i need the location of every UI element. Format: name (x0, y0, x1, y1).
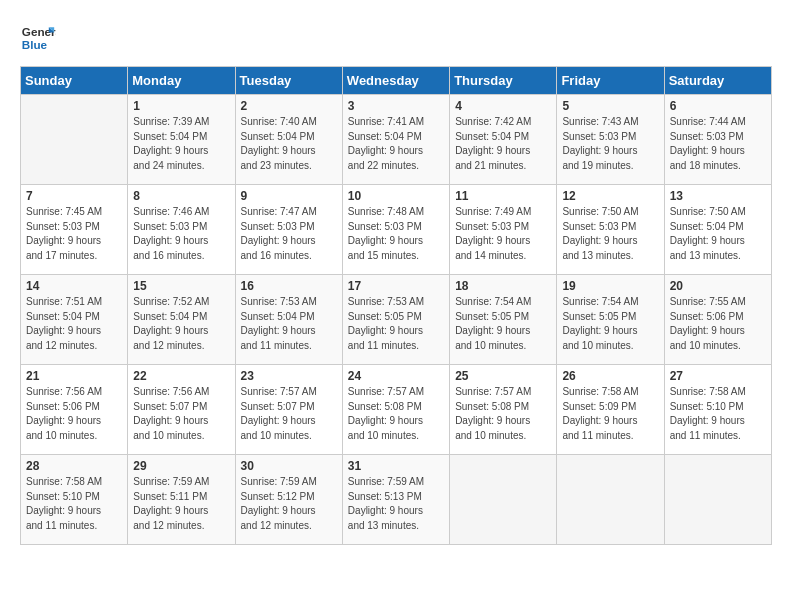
calendar-cell: 16Sunrise: 7:53 AM Sunset: 5:04 PM Dayli… (235, 275, 342, 365)
calendar-cell: 11Sunrise: 7:49 AM Sunset: 5:03 PM Dayli… (450, 185, 557, 275)
day-info: Sunrise: 7:59 AM Sunset: 5:12 PM Dayligh… (241, 475, 337, 533)
calendar-cell: 20Sunrise: 7:55 AM Sunset: 5:06 PM Dayli… (664, 275, 771, 365)
calendar-table: SundayMondayTuesdayWednesdayThursdayFrid… (20, 66, 772, 545)
day-number: 22 (133, 369, 229, 383)
calendar-cell: 29Sunrise: 7:59 AM Sunset: 5:11 PM Dayli… (128, 455, 235, 545)
day-info: Sunrise: 7:59 AM Sunset: 5:11 PM Dayligh… (133, 475, 229, 533)
calendar-cell: 8Sunrise: 7:46 AM Sunset: 5:03 PM Daylig… (128, 185, 235, 275)
day-number: 25 (455, 369, 551, 383)
calendar-cell: 4Sunrise: 7:42 AM Sunset: 5:04 PM Daylig… (450, 95, 557, 185)
header-day-tuesday: Tuesday (235, 67, 342, 95)
day-info: Sunrise: 7:56 AM Sunset: 5:07 PM Dayligh… (133, 385, 229, 443)
week-row-5: 28Sunrise: 7:58 AM Sunset: 5:10 PM Dayli… (21, 455, 772, 545)
calendar-cell: 31Sunrise: 7:59 AM Sunset: 5:13 PM Dayli… (342, 455, 449, 545)
day-info: Sunrise: 7:58 AM Sunset: 5:09 PM Dayligh… (562, 385, 658, 443)
calendar-cell: 22Sunrise: 7:56 AM Sunset: 5:07 PM Dayli… (128, 365, 235, 455)
day-number: 23 (241, 369, 337, 383)
day-number: 11 (455, 189, 551, 203)
day-info: Sunrise: 7:50 AM Sunset: 5:04 PM Dayligh… (670, 205, 766, 263)
day-number: 7 (26, 189, 122, 203)
day-number: 12 (562, 189, 658, 203)
day-info: Sunrise: 7:47 AM Sunset: 5:03 PM Dayligh… (241, 205, 337, 263)
calendar-cell: 28Sunrise: 7:58 AM Sunset: 5:10 PM Dayli… (21, 455, 128, 545)
calendar-cell: 17Sunrise: 7:53 AM Sunset: 5:05 PM Dayli… (342, 275, 449, 365)
day-number: 28 (26, 459, 122, 473)
day-info: Sunrise: 7:44 AM Sunset: 5:03 PM Dayligh… (670, 115, 766, 173)
day-number: 17 (348, 279, 444, 293)
header-day-wednesday: Wednesday (342, 67, 449, 95)
day-info: Sunrise: 7:45 AM Sunset: 5:03 PM Dayligh… (26, 205, 122, 263)
calendar-cell (557, 455, 664, 545)
day-info: Sunrise: 7:55 AM Sunset: 5:06 PM Dayligh… (670, 295, 766, 353)
calendar-cell: 15Sunrise: 7:52 AM Sunset: 5:04 PM Dayli… (128, 275, 235, 365)
week-row-3: 14Sunrise: 7:51 AM Sunset: 5:04 PM Dayli… (21, 275, 772, 365)
day-number: 6 (670, 99, 766, 113)
header-day-saturday: Saturday (664, 67, 771, 95)
calendar-cell: 26Sunrise: 7:58 AM Sunset: 5:09 PM Dayli… (557, 365, 664, 455)
calendar-cell: 24Sunrise: 7:57 AM Sunset: 5:08 PM Dayli… (342, 365, 449, 455)
day-number: 14 (26, 279, 122, 293)
day-info: Sunrise: 7:42 AM Sunset: 5:04 PM Dayligh… (455, 115, 551, 173)
calendar-cell: 13Sunrise: 7:50 AM Sunset: 5:04 PM Dayli… (664, 185, 771, 275)
day-number: 31 (348, 459, 444, 473)
calendar-cell (450, 455, 557, 545)
day-info: Sunrise: 7:57 AM Sunset: 5:08 PM Dayligh… (455, 385, 551, 443)
calendar-cell: 30Sunrise: 7:59 AM Sunset: 5:12 PM Dayli… (235, 455, 342, 545)
header-day-monday: Monday (128, 67, 235, 95)
calendar-cell (21, 95, 128, 185)
svg-text:Blue: Blue (22, 38, 48, 51)
header-day-thursday: Thursday (450, 67, 557, 95)
calendar-cell: 14Sunrise: 7:51 AM Sunset: 5:04 PM Dayli… (21, 275, 128, 365)
calendar-cell: 23Sunrise: 7:57 AM Sunset: 5:07 PM Dayli… (235, 365, 342, 455)
day-info: Sunrise: 7:46 AM Sunset: 5:03 PM Dayligh… (133, 205, 229, 263)
week-row-1: 1Sunrise: 7:39 AM Sunset: 5:04 PM Daylig… (21, 95, 772, 185)
day-number: 1 (133, 99, 229, 113)
calendar-cell: 21Sunrise: 7:56 AM Sunset: 5:06 PM Dayli… (21, 365, 128, 455)
day-number: 16 (241, 279, 337, 293)
day-number: 19 (562, 279, 658, 293)
day-number: 27 (670, 369, 766, 383)
day-info: Sunrise: 7:57 AM Sunset: 5:08 PM Dayligh… (348, 385, 444, 443)
day-number: 9 (241, 189, 337, 203)
calendar-cell: 3Sunrise: 7:41 AM Sunset: 5:04 PM Daylig… (342, 95, 449, 185)
calendar-cell: 27Sunrise: 7:58 AM Sunset: 5:10 PM Dayli… (664, 365, 771, 455)
day-number: 24 (348, 369, 444, 383)
day-number: 5 (562, 99, 658, 113)
day-info: Sunrise: 7:41 AM Sunset: 5:04 PM Dayligh… (348, 115, 444, 173)
day-info: Sunrise: 7:49 AM Sunset: 5:03 PM Dayligh… (455, 205, 551, 263)
day-info: Sunrise: 7:51 AM Sunset: 5:04 PM Dayligh… (26, 295, 122, 353)
day-number: 26 (562, 369, 658, 383)
day-info: Sunrise: 7:53 AM Sunset: 5:04 PM Dayligh… (241, 295, 337, 353)
day-info: Sunrise: 7:40 AM Sunset: 5:04 PM Dayligh… (241, 115, 337, 173)
calendar-cell: 9Sunrise: 7:47 AM Sunset: 5:03 PM Daylig… (235, 185, 342, 275)
calendar-header: SundayMondayTuesdayWednesdayThursdayFrid… (21, 67, 772, 95)
logo: General Blue (20, 20, 56, 56)
day-info: Sunrise: 7:59 AM Sunset: 5:13 PM Dayligh… (348, 475, 444, 533)
day-number: 3 (348, 99, 444, 113)
calendar-body: 1Sunrise: 7:39 AM Sunset: 5:04 PM Daylig… (21, 95, 772, 545)
calendar-cell: 19Sunrise: 7:54 AM Sunset: 5:05 PM Dayli… (557, 275, 664, 365)
day-info: Sunrise: 7:58 AM Sunset: 5:10 PM Dayligh… (670, 385, 766, 443)
calendar-cell: 12Sunrise: 7:50 AM Sunset: 5:03 PM Dayli… (557, 185, 664, 275)
calendar-cell: 25Sunrise: 7:57 AM Sunset: 5:08 PM Dayli… (450, 365, 557, 455)
day-number: 30 (241, 459, 337, 473)
calendar-cell (664, 455, 771, 545)
calendar-cell: 2Sunrise: 7:40 AM Sunset: 5:04 PM Daylig… (235, 95, 342, 185)
day-number: 2 (241, 99, 337, 113)
day-number: 10 (348, 189, 444, 203)
day-info: Sunrise: 7:52 AM Sunset: 5:04 PM Dayligh… (133, 295, 229, 353)
calendar-cell: 1Sunrise: 7:39 AM Sunset: 5:04 PM Daylig… (128, 95, 235, 185)
day-info: Sunrise: 7:43 AM Sunset: 5:03 PM Dayligh… (562, 115, 658, 173)
day-number: 21 (26, 369, 122, 383)
header-day-friday: Friday (557, 67, 664, 95)
day-info: Sunrise: 7:54 AM Sunset: 5:05 PM Dayligh… (562, 295, 658, 353)
header-row: SundayMondayTuesdayWednesdayThursdayFrid… (21, 67, 772, 95)
header-day-sunday: Sunday (21, 67, 128, 95)
day-info: Sunrise: 7:50 AM Sunset: 5:03 PM Dayligh… (562, 205, 658, 263)
calendar-cell: 10Sunrise: 7:48 AM Sunset: 5:03 PM Dayli… (342, 185, 449, 275)
day-number: 15 (133, 279, 229, 293)
day-info: Sunrise: 7:48 AM Sunset: 5:03 PM Dayligh… (348, 205, 444, 263)
day-info: Sunrise: 7:57 AM Sunset: 5:07 PM Dayligh… (241, 385, 337, 443)
day-info: Sunrise: 7:53 AM Sunset: 5:05 PM Dayligh… (348, 295, 444, 353)
calendar-cell: 5Sunrise: 7:43 AM Sunset: 5:03 PM Daylig… (557, 95, 664, 185)
